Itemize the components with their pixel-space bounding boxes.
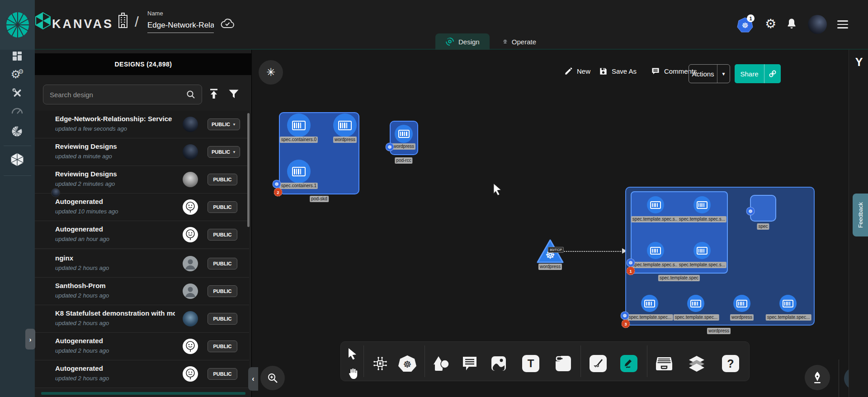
node-container[interactable] xyxy=(693,242,711,259)
design-list-item[interactable]: Autogenerated updated 2 hours ago PUBLIC xyxy=(35,333,249,360)
error-badge[interactable]: 3 xyxy=(622,320,630,328)
layers-tool[interactable] xyxy=(688,355,705,372)
components-dock-button[interactable]: ✳ xyxy=(259,60,283,85)
design-updated: updated 2 hours ago xyxy=(55,347,109,354)
node-container[interactable] xyxy=(647,242,664,259)
shapes-tool[interactable] xyxy=(433,355,450,372)
notifications-bell-icon[interactable] xyxy=(787,18,797,30)
feedback-label: Feedback xyxy=(857,202,864,228)
comment-tool[interactable] xyxy=(462,356,478,371)
filter-icon[interactable] xyxy=(228,89,239,99)
error-badge[interactable]: 1 xyxy=(627,267,635,275)
tab-operate[interactable]: Operate xyxy=(493,33,546,50)
design-list-item[interactable]: Reviewing Designs updated a minute ago P… xyxy=(35,138,249,166)
feedback-tab[interactable]: Feedback xyxy=(853,194,868,236)
panel-collapse-handle[interactable]: ‹ xyxy=(248,367,258,391)
gear-small-icon: ⚙ xyxy=(18,67,24,75)
user-avatar[interactable] xyxy=(808,15,827,34)
panel-expand-handle[interactable]: › xyxy=(25,329,35,350)
design-list-item[interactable]: Autogenerated updated 10 minutes ago PUB… xyxy=(35,194,249,221)
node-container[interactable] xyxy=(733,295,750,312)
error-badge[interactable]: 2 xyxy=(274,188,283,197)
design-list-item[interactable]: Reviewing Designs updated 2 minutes ago … xyxy=(35,166,249,194)
visibility-badge[interactable]: PUBLIC xyxy=(208,368,237,380)
kubernetes-badge[interactable]: ☸ xyxy=(386,143,394,151)
kubernetes-badge[interactable]: ☸ xyxy=(273,180,281,189)
search-icon[interactable] xyxy=(186,90,195,99)
zoom-button[interactable] xyxy=(260,366,285,390)
visibility-badge[interactable]: PUBLIC xyxy=(208,229,237,241)
new-design-button[interactable]: New xyxy=(564,67,590,76)
design-name-input[interactable] xyxy=(147,20,214,33)
menu-icon[interactable] xyxy=(837,20,848,28)
design-title: Autogenerated xyxy=(55,225,175,233)
design-owner-avatar xyxy=(183,339,198,354)
visibility-badge[interactable]: PUBLIC▼ xyxy=(208,146,240,158)
copy-link-button[interactable] xyxy=(764,64,781,83)
node-container[interactable] xyxy=(647,196,664,213)
sidebar-item-lifecycle[interactable]: ⚙ ⚙ xyxy=(11,68,24,81)
visibility-badge[interactable]: PUBLIC xyxy=(208,174,237,185)
node-container[interactable] xyxy=(287,113,311,137)
kubernetes-badge[interactable]: ☸ xyxy=(746,207,755,216)
design-search-input[interactable] xyxy=(43,91,186,99)
meshery-logo-button[interactable] xyxy=(0,0,35,50)
help-tool[interactable]: ? xyxy=(722,355,739,372)
frame-tool[interactable] xyxy=(555,355,572,372)
design-list-item[interactable]: Autogenerated updated an hour ago PUBLIC xyxy=(35,221,249,249)
design-list-item[interactable]: Edge-Network-Relationship: Service updat… xyxy=(35,111,249,138)
kubernetes-components-tool[interactable]: ☸ xyxy=(398,355,416,372)
save-icon xyxy=(599,67,608,76)
sidebar-item-performance[interactable] xyxy=(11,106,23,114)
visibility-badge[interactable]: PUBLIC xyxy=(208,340,237,352)
import-design-icon[interactable] xyxy=(208,88,220,100)
actions-caret-button[interactable]: ▼ xyxy=(717,65,730,83)
node-container[interactable] xyxy=(779,295,797,312)
visibility-badge[interactable]: PUBLIC xyxy=(208,285,237,297)
shapes-icon xyxy=(433,355,450,372)
visibility-badge[interactable]: PUBLIC xyxy=(208,313,237,325)
pan-tool[interactable] xyxy=(347,368,358,379)
node-container[interactable] xyxy=(693,196,711,213)
share-split-button[interactable]: Share xyxy=(735,64,781,83)
visibility-badge[interactable]: PUBLIC▼ xyxy=(208,118,240,130)
validate-flask-icon[interactable]: Y xyxy=(853,55,865,69)
visibility-badge[interactable]: PUBLIC xyxy=(208,201,237,213)
organization-icon[interactable] xyxy=(116,13,130,28)
node-container[interactable] xyxy=(395,125,413,143)
settings-gear-icon[interactable]: ⚙ xyxy=(765,16,776,31)
drawer-tool[interactable] xyxy=(656,356,673,371)
node-label: wordpress xyxy=(707,328,731,334)
select-tool[interactable] xyxy=(348,348,358,359)
node-container[interactable] xyxy=(641,295,658,312)
new-design-label: New xyxy=(577,67,590,75)
design-list-item[interactable]: nginx updated 2 hours ago PUBLIC xyxy=(35,250,249,278)
list-scrollbar[interactable] xyxy=(247,113,250,227)
tab-design[interactable]: Design xyxy=(435,33,490,50)
freehand-draw-tool-active[interactable] xyxy=(620,355,637,372)
node-container[interactable] xyxy=(333,113,357,137)
kubernetes-badge[interactable]: ☸ xyxy=(627,259,635,267)
image-tool[interactable] xyxy=(491,355,507,372)
sidebar-item-kanvas[interactable] xyxy=(10,152,24,167)
design-mode-button[interactable] xyxy=(805,365,830,390)
visibility-badge[interactable]: PUBLIC xyxy=(208,258,237,269)
infrastructure-tool[interactable] xyxy=(372,355,388,372)
sidebar-item-mesh[interactable] xyxy=(11,125,24,137)
node-pod-template[interactable] xyxy=(631,191,728,274)
sidebar-item-dashboard[interactable] xyxy=(12,51,23,61)
actions-split-button[interactable]: Actions ▼ xyxy=(689,64,730,83)
design-list-item[interactable]: Santhosh-Prom updated 2 hours ago PUBLIC xyxy=(35,278,249,305)
question-icon: ? xyxy=(722,355,739,372)
design-list-item[interactable]: Autogenerated updated 2 hours ago PUBLIC xyxy=(35,360,249,388)
image-icon xyxy=(491,355,507,372)
save-as-button[interactable]: Save As xyxy=(599,67,637,76)
text-tool[interactable]: T xyxy=(522,355,539,372)
pen-tool[interactable] xyxy=(590,355,607,372)
design-list-item[interactable]: K8 Statefulset demonstration with mo upd… xyxy=(35,305,249,333)
kubernetes-badge[interactable]: ☸ xyxy=(621,312,629,320)
node-container[interactable] xyxy=(287,160,311,183)
node-container[interactable] xyxy=(687,295,704,312)
sidebar-item-configuration[interactable] xyxy=(11,87,23,99)
edge-service-to-deployment[interactable] xyxy=(561,251,623,252)
